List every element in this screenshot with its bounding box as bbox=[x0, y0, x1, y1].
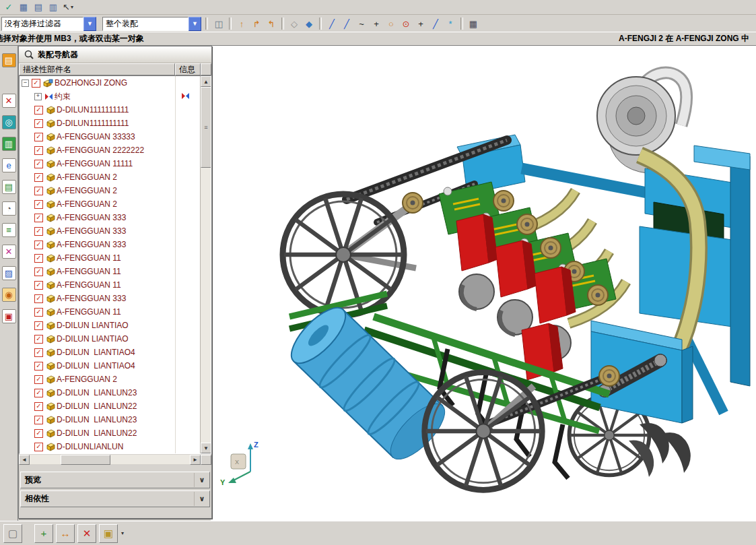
component-label[interactable]: A-FENGGUAN 333 bbox=[57, 226, 126, 236]
app-logo-icon[interactable]: ✓ bbox=[2, 1, 15, 14]
tree-row-component[interactable]: ✓A-FENGGUAN 11 bbox=[20, 278, 211, 292]
component-checkbox[interactable]: ✓ bbox=[34, 133, 43, 141]
tree-row-component[interactable]: ✓A-FENGGUAN 2 bbox=[20, 373, 211, 386]
part-navigator-icon[interactable]: ▤ bbox=[2, 180, 16, 194]
component-checkbox[interactable]: ✓ bbox=[34, 173, 43, 182]
tree-row-component[interactable]: ✓A-FENGGUAN 2 bbox=[20, 197, 211, 211]
component-label[interactable]: D-DILUN LIANLUN22 bbox=[57, 402, 137, 411]
tree-row-component[interactable]: ✓A-FENGGUAN 333 bbox=[20, 292, 211, 305]
component-checkbox[interactable]: ✓ bbox=[34, 187, 43, 195]
component-checkbox[interactable]: ✓ bbox=[34, 416, 43, 424]
ground-wheel-left[interactable] bbox=[283, 193, 423, 315]
constraints-info-icon[interactable] bbox=[181, 92, 190, 102]
component-label[interactable]: A-FENGGUAN 2222222 bbox=[57, 146, 144, 155]
selection-scope-dropdown[interactable]: 整个装配 ▼ bbox=[102, 17, 201, 31]
graphics-viewport[interactable]: X Z Y bbox=[211, 46, 756, 545]
show-hide-icon[interactable]: ◫ bbox=[212, 17, 226, 30]
component-checkbox[interactable]: ✓ bbox=[34, 294, 43, 303]
tree-row-component[interactable]: ✓D-DILUN LIANLUN22 bbox=[20, 426, 211, 440]
scroll-thumb[interactable]: ≡ bbox=[201, 87, 211, 168]
tree-row-component[interactable]: ✓A-FENGGUAN 333 bbox=[20, 238, 211, 251]
reuse-library-icon[interactable]: ◎ bbox=[2, 115, 16, 129]
component-label[interactable]: D-DILUNLIANLUN bbox=[57, 442, 123, 451]
tree-row-component[interactable]: ✓D-DILUN LIANLUN23 bbox=[20, 413, 211, 426]
component-checkbox[interactable]: ✓ bbox=[34, 214, 43, 222]
tree-row-component[interactable]: ✓A-FENGGUAN 2222222 bbox=[20, 143, 211, 157]
component-label[interactable]: D-DILUN LIANLUN23 bbox=[57, 415, 137, 424]
work-part-icon[interactable]: ◆ bbox=[302, 17, 316, 30]
tree-row-component[interactable]: ✓D-DILUN1111111111 bbox=[20, 103, 211, 117]
collapse-icon[interactable]: − bbox=[22, 79, 29, 87]
tree-row-component[interactable]: ✓D-DILUN LIANLUN22 bbox=[20, 399, 211, 413]
expand-icon[interactable]: + bbox=[34, 93, 42, 100]
component-label[interactable]: D-DILUN LIANTIAO4 bbox=[57, 361, 135, 371]
component-label[interactable]: A-FENGGUAN 11111 bbox=[57, 159, 133, 168]
component-label[interactable]: D-DILUN1111111111 bbox=[57, 119, 129, 128]
constraints-label[interactable]: 约束 bbox=[55, 91, 71, 102]
component-checkbox[interactable]: ✓ bbox=[34, 146, 43, 155]
tile-windows-icon[interactable]: ▤ bbox=[32, 1, 45, 14]
assembly-constraints-icon[interactable]: ✕ bbox=[77, 524, 96, 543]
touch-mode-icon[interactable]: ▣ bbox=[2, 309, 16, 323]
component-checkbox[interactable]: ✓ bbox=[34, 267, 43, 276]
add-component-icon[interactable]: + bbox=[34, 524, 53, 543]
component-checkbox[interactable]: ✓ bbox=[34, 160, 43, 168]
component-label[interactable]: D-DILUN LIANTIAO bbox=[57, 321, 129, 330]
component-label[interactable]: D-DILUN LIANTIAO bbox=[57, 334, 129, 344]
cascade-windows-icon[interactable]: ▥ bbox=[46, 1, 60, 14]
line-angle-tool-icon[interactable]: ╱ bbox=[340, 17, 353, 30]
component-checkbox[interactable]: ✓ bbox=[34, 375, 43, 384]
explosion-icon-2[interactable]: ↱ bbox=[250, 17, 263, 30]
component-label[interactable]: D-DILUN LIANLUN23 bbox=[57, 388, 137, 397]
tree-row-component[interactable]: ✓D-DILUN1111111111 bbox=[20, 117, 211, 130]
scroll-down-arrow[interactable]: ▼ bbox=[201, 443, 211, 453]
selection-filter-value[interactable]: 没有选择过滤器 bbox=[1, 17, 83, 31]
component-checkbox[interactable]: ✓ bbox=[34, 254, 43, 263]
selection-filter-icon[interactable]: ▢ bbox=[3, 524, 22, 543]
roles-icon[interactable]: ✕ bbox=[2, 245, 16, 259]
column-header-info[interactable]: 信息 bbox=[175, 63, 201, 75]
tree-row-component[interactable]: ✓A-FENGGUAN 11 bbox=[20, 305, 211, 319]
component-label[interactable]: A-FENGGUAN 333 bbox=[57, 294, 126, 303]
selection-filter-dropdown[interactable]: 没有选择过滤器 ▼ bbox=[1, 17, 96, 31]
component-label[interactable]: A-FENGGUAN 2 bbox=[57, 186, 117, 195]
component-label[interactable]: A-FENGGUAN 11 bbox=[57, 280, 121, 290]
dependencies-expand-chevron[interactable]: ∨ bbox=[194, 492, 209, 506]
component-checkbox[interactable]: ✓ bbox=[34, 389, 43, 397]
line-tool-icon[interactable]: ╱ bbox=[325, 17, 339, 30]
line2-tool-icon[interactable]: ╱ bbox=[429, 17, 442, 30]
tree-row-component[interactable]: ✓A-FENGGUAN 11111 bbox=[20, 157, 211, 170]
tree-row-root[interactable]: −✓BOZHONGJI ZONG bbox=[20, 76, 211, 90]
component-checkbox[interactable]: ✓ bbox=[32, 79, 40, 88]
component-checkbox[interactable]: ✓ bbox=[34, 402, 43, 411]
tree-row-component[interactable]: ✓A-FENGGUAN 333 bbox=[20, 211, 211, 224]
component-checkbox[interactable]: ✓ bbox=[34, 308, 43, 317]
tree-row-component[interactable]: ✓A-FENGGUAN 2 bbox=[20, 184, 211, 197]
component-label[interactable]: A-FENGGUAN 33333 bbox=[57, 132, 135, 141]
cursor-tool-icon[interactable]: ↖▾ bbox=[61, 1, 75, 14]
assembly-navigator-icon[interactable]: ▤ bbox=[2, 53, 16, 67]
component-checkbox[interactable]: ✓ bbox=[34, 227, 43, 236]
column-header-name[interactable]: 描述性部件名 bbox=[19, 63, 175, 75]
curve-tool-icon[interactable]: ~ bbox=[355, 17, 368, 30]
preview-expand-chevron[interactable]: ∨ bbox=[194, 473, 209, 487]
explosion-icon-1[interactable]: ↑ bbox=[235, 17, 248, 30]
explosion-icon-3[interactable]: ↰ bbox=[265, 17, 278, 30]
scroll-up-arrow[interactable]: ▲ bbox=[201, 76, 211, 87]
scroll-right-arrow[interactable]: ► bbox=[190, 455, 201, 465]
component-checkbox[interactable]: ✓ bbox=[34, 119, 43, 128]
circle-tool-icon[interactable]: ○ bbox=[384, 17, 398, 30]
component-checkbox[interactable]: ✓ bbox=[34, 321, 43, 330]
component-label[interactable]: A-FENGGUAN 2 bbox=[57, 172, 117, 182]
viewport-3d[interactable]: X Z Y bbox=[211, 46, 756, 545]
component-label[interactable]: A-FENGGUAN 333 bbox=[57, 213, 126, 222]
component-checkbox[interactable]: ✓ bbox=[34, 241, 43, 249]
dropdown-caret-icon[interactable]: ▾ bbox=[121, 530, 124, 536]
tree-row-component[interactable]: ✓D-DILUN LIANTIAO4 bbox=[20, 359, 211, 373]
dropdown-caret-icon[interactable]: ▾ bbox=[71, 4, 73, 10]
notes-icon[interactable]: ≡ bbox=[2, 223, 16, 237]
component-checkbox[interactable]: ✓ bbox=[34, 348, 43, 357]
new-window-icon[interactable]: ▦ bbox=[17, 1, 30, 14]
component-checkbox[interactable]: ✓ bbox=[34, 429, 43, 438]
component-checkbox[interactable]: ✓ bbox=[34, 106, 43, 115]
